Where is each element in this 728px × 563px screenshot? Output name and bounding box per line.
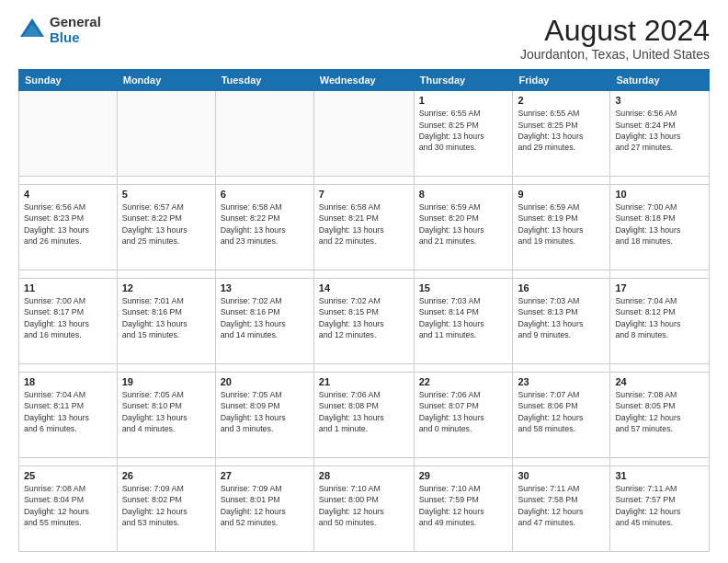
day-info: Sunrise: 7:07 AM Sunset: 8:06 PM Dayligh… bbox=[518, 389, 605, 434]
day-info: Sunrise: 7:02 AM Sunset: 8:16 PM Dayligh… bbox=[221, 295, 309, 340]
day-number: 19 bbox=[122, 376, 210, 387]
weekday-header: Saturday bbox=[610, 70, 710, 91]
calendar-cell: 3Sunrise: 6:56 AM Sunset: 8:24 PM Daylig… bbox=[610, 91, 710, 177]
calendar-cell: 8Sunrise: 6:59 AM Sunset: 8:20 PM Daylig… bbox=[414, 185, 513, 270]
day-number: 10 bbox=[615, 189, 704, 200]
calendar-table: SundayMondayTuesdayWednesdayThursdayFrid… bbox=[18, 69, 710, 552]
calendar-cell: 23Sunrise: 7:07 AM Sunset: 8:06 PM Dayli… bbox=[513, 373, 610, 458]
week-divider bbox=[19, 458, 710, 466]
calendar-cell: 21Sunrise: 7:06 AM Sunset: 8:08 PM Dayli… bbox=[313, 373, 414, 458]
day-number: 24 bbox=[615, 376, 704, 387]
calendar-cell: 2Sunrise: 6:55 AM Sunset: 8:25 PM Daylig… bbox=[513, 91, 610, 177]
calendar-week-row: 11Sunrise: 7:00 AM Sunset: 8:17 PM Dayli… bbox=[19, 279, 710, 364]
day-number: 14 bbox=[319, 282, 409, 293]
calendar-cell: 29Sunrise: 7:10 AM Sunset: 7:59 PM Dayli… bbox=[414, 466, 513, 552]
calendar-cell: 26Sunrise: 7:09 AM Sunset: 8:02 PM Dayli… bbox=[117, 466, 215, 552]
calendar-cell bbox=[215, 91, 313, 177]
day-number: 12 bbox=[122, 282, 210, 293]
logo-text: General Blue bbox=[50, 15, 101, 45]
logo: General Blue bbox=[18, 15, 101, 45]
calendar-week-row: 25Sunrise: 7:08 AM Sunset: 8:04 PM Dayli… bbox=[19, 466, 710, 552]
page: General Blue August 2024 Jourdanton, Tex… bbox=[0, 0, 728, 563]
day-info: Sunrise: 7:09 AM Sunset: 8:01 PM Dayligh… bbox=[221, 483, 309, 528]
day-info: Sunrise: 6:59 AM Sunset: 8:19 PM Dayligh… bbox=[518, 201, 605, 247]
weekday-header: Tuesday bbox=[215, 70, 313, 91]
logo-icon bbox=[18, 17, 46, 44]
day-info: Sunrise: 7:03 AM Sunset: 8:13 PM Dayligh… bbox=[518, 295, 605, 340]
day-info: Sunrise: 7:10 AM Sunset: 8:00 PM Dayligh… bbox=[319, 483, 409, 528]
day-number: 20 bbox=[221, 376, 309, 387]
day-info: Sunrise: 6:57 AM Sunset: 8:22 PM Dayligh… bbox=[122, 201, 210, 247]
weekday-header: Wednesday bbox=[313, 70, 414, 91]
day-info: Sunrise: 6:56 AM Sunset: 8:24 PM Dayligh… bbox=[615, 108, 704, 153]
weekday-header-row: SundayMondayTuesdayWednesdayThursdayFrid… bbox=[19, 70, 710, 91]
day-info: Sunrise: 7:06 AM Sunset: 8:07 PM Dayligh… bbox=[419, 389, 508, 434]
subtitle: Jourdanton, Texas, United States bbox=[520, 47, 710, 62]
day-info: Sunrise: 7:08 AM Sunset: 8:05 PM Dayligh… bbox=[615, 389, 704, 434]
day-info: Sunrise: 7:01 AM Sunset: 8:16 PM Dayligh… bbox=[122, 295, 210, 340]
calendar-cell: 14Sunrise: 7:02 AM Sunset: 8:15 PM Dayli… bbox=[313, 279, 414, 364]
calendar-cell: 30Sunrise: 7:11 AM Sunset: 7:58 PM Dayli… bbox=[513, 466, 610, 552]
day-info: Sunrise: 7:05 AM Sunset: 8:10 PM Dayligh… bbox=[122, 389, 210, 434]
header: General Blue August 2024 Jourdanton, Tex… bbox=[18, 15, 710, 62]
day-info: Sunrise: 7:02 AM Sunset: 8:15 PM Dayligh… bbox=[319, 295, 409, 340]
calendar-cell: 16Sunrise: 7:03 AM Sunset: 8:13 PM Dayli… bbox=[513, 279, 610, 364]
calendar-cell: 19Sunrise: 7:05 AM Sunset: 8:10 PM Dayli… bbox=[117, 373, 215, 458]
weekday-header: Monday bbox=[117, 70, 215, 91]
day-info: Sunrise: 6:58 AM Sunset: 8:22 PM Dayligh… bbox=[221, 201, 309, 247]
calendar-cell: 5Sunrise: 6:57 AM Sunset: 8:22 PM Daylig… bbox=[117, 185, 215, 270]
day-number: 22 bbox=[419, 376, 508, 387]
calendar-cell: 31Sunrise: 7:11 AM Sunset: 7:57 PM Dayli… bbox=[610, 466, 710, 552]
day-info: Sunrise: 7:04 AM Sunset: 8:12 PM Dayligh… bbox=[615, 295, 704, 340]
main-title: August 2024 bbox=[520, 15, 710, 47]
weekday-header: Thursday bbox=[414, 70, 513, 91]
calendar-week-row: 18Sunrise: 7:04 AM Sunset: 8:11 PM Dayli… bbox=[19, 373, 710, 458]
calendar-cell bbox=[19, 91, 118, 177]
week-divider bbox=[19, 177, 710, 185]
day-number: 3 bbox=[615, 95, 704, 106]
title-block: August 2024 Jourdanton, Texas, United St… bbox=[520, 15, 710, 62]
calendar-cell: 11Sunrise: 7:00 AM Sunset: 8:17 PM Dayli… bbox=[19, 279, 118, 364]
day-info: Sunrise: 7:00 AM Sunset: 8:18 PM Dayligh… bbox=[615, 201, 704, 247]
day-number: 11 bbox=[24, 282, 112, 293]
calendar-cell: 7Sunrise: 6:58 AM Sunset: 8:21 PM Daylig… bbox=[313, 185, 414, 270]
day-info: Sunrise: 7:06 AM Sunset: 8:08 PM Dayligh… bbox=[319, 389, 409, 434]
weekday-header: Friday bbox=[513, 70, 610, 91]
calendar-cell: 15Sunrise: 7:03 AM Sunset: 8:14 PM Dayli… bbox=[414, 279, 513, 364]
weekday-header: Sunday bbox=[19, 70, 118, 91]
calendar-cell: 9Sunrise: 6:59 AM Sunset: 8:19 PM Daylig… bbox=[513, 185, 610, 270]
calendar-cell: 12Sunrise: 7:01 AM Sunset: 8:16 PM Dayli… bbox=[117, 279, 215, 364]
calendar-cell: 6Sunrise: 6:58 AM Sunset: 8:22 PM Daylig… bbox=[215, 185, 313, 270]
day-number: 26 bbox=[122, 470, 210, 481]
day-number: 15 bbox=[419, 282, 508, 293]
day-number: 17 bbox=[615, 282, 704, 293]
calendar-cell: 25Sunrise: 7:08 AM Sunset: 8:04 PM Dayli… bbox=[19, 466, 118, 552]
day-info: Sunrise: 6:56 AM Sunset: 8:23 PM Dayligh… bbox=[24, 201, 112, 247]
day-info: Sunrise: 6:58 AM Sunset: 8:21 PM Dayligh… bbox=[319, 201, 409, 247]
calendar-cell: 1Sunrise: 6:55 AM Sunset: 8:25 PM Daylig… bbox=[414, 91, 513, 177]
calendar-cell: 28Sunrise: 7:10 AM Sunset: 8:00 PM Dayli… bbox=[313, 466, 414, 552]
day-number: 5 bbox=[122, 189, 210, 200]
logo-blue: Blue bbox=[50, 30, 101, 46]
day-info: Sunrise: 7:03 AM Sunset: 8:14 PM Dayligh… bbox=[419, 295, 508, 340]
day-number: 18 bbox=[24, 376, 112, 387]
day-info: Sunrise: 6:55 AM Sunset: 8:25 PM Dayligh… bbox=[419, 108, 508, 153]
calendar-cell: 22Sunrise: 7:06 AM Sunset: 8:07 PM Dayli… bbox=[414, 373, 513, 458]
day-info: Sunrise: 6:55 AM Sunset: 8:25 PM Dayligh… bbox=[518, 108, 605, 153]
calendar-cell: 24Sunrise: 7:08 AM Sunset: 8:05 PM Dayli… bbox=[610, 373, 710, 458]
day-number: 4 bbox=[24, 189, 112, 200]
day-info: Sunrise: 7:10 AM Sunset: 7:59 PM Dayligh… bbox=[419, 483, 508, 528]
day-info: Sunrise: 7:05 AM Sunset: 8:09 PM Dayligh… bbox=[221, 389, 309, 434]
day-number: 6 bbox=[221, 189, 309, 200]
day-number: 21 bbox=[319, 376, 409, 387]
calendar-cell: 27Sunrise: 7:09 AM Sunset: 8:01 PM Dayli… bbox=[215, 466, 313, 552]
calendar-cell: 10Sunrise: 7:00 AM Sunset: 8:18 PM Dayli… bbox=[610, 185, 710, 270]
day-number: 31 bbox=[615, 470, 704, 481]
day-info: Sunrise: 7:08 AM Sunset: 8:04 PM Dayligh… bbox=[24, 483, 112, 528]
logo-general: General bbox=[50, 15, 101, 30]
day-info: Sunrise: 7:00 AM Sunset: 8:17 PM Dayligh… bbox=[24, 295, 112, 340]
day-number: 23 bbox=[518, 376, 605, 387]
day-info: Sunrise: 7:11 AM Sunset: 7:57 PM Dayligh… bbox=[615, 483, 704, 528]
day-number: 13 bbox=[221, 282, 309, 293]
calendar-cell bbox=[313, 91, 414, 177]
